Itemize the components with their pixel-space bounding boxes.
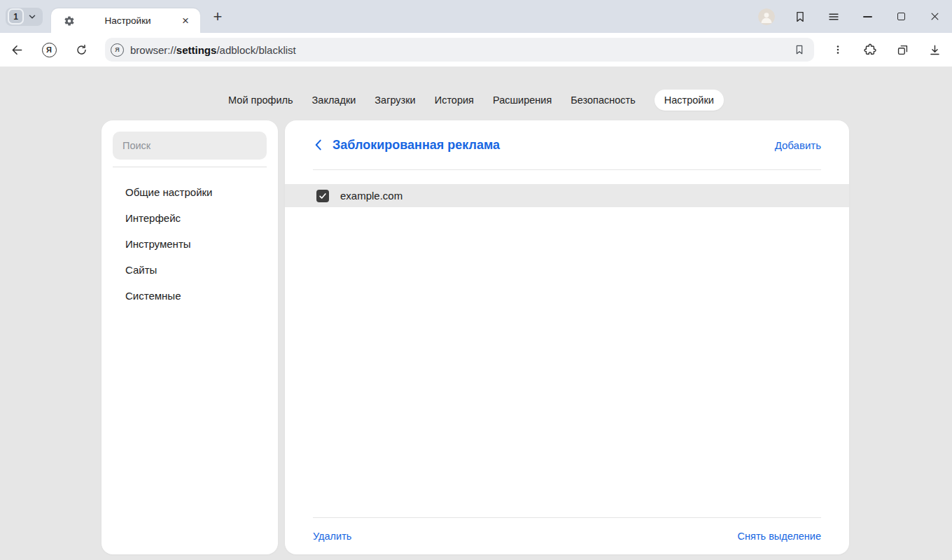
- back-chevron-icon[interactable]: [313, 139, 323, 151]
- collections-icon[interactable]: [894, 41, 911, 58]
- sidebar-item-general[interactable]: Общие настройки: [102, 179, 278, 205]
- nav-downloads[interactable]: Загрузки: [374, 90, 415, 111]
- window-close-button[interactable]: [926, 8, 943, 25]
- download-icon[interactable]: [926, 41, 943, 58]
- add-button[interactable]: Добавить: [775, 139, 821, 151]
- close-tab-icon[interactable]: ×: [178, 13, 193, 29]
- tab-group-control[interactable]: 1: [6, 8, 43, 26]
- sidebar-item-tools[interactable]: Инструменты: [102, 231, 278, 257]
- row-checkbox-checked[interactable]: [316, 190, 329, 202]
- panel-footer: Удалить Снять выделение: [285, 518, 849, 554]
- more-menu-icon[interactable]: [830, 41, 846, 58]
- delete-button[interactable]: Удалить: [313, 531, 351, 542]
- settings-top-nav: Мой профиль Закладки Загрузки История Ра…: [0, 90, 952, 111]
- refresh-button[interactable]: [73, 41, 90, 58]
- extensions-puzzle-icon[interactable]: [862, 41, 878, 58]
- nav-settings-active[interactable]: Настройки: [654, 90, 724, 111]
- bookmark-icon[interactable]: [790, 41, 808, 59]
- deselect-button[interactable]: Снять выделение: [738, 531, 821, 542]
- window-maximize-button[interactable]: [892, 8, 909, 25]
- side-panel-bookmark-icon[interactable]: [792, 8, 808, 25]
- new-tab-button[interactable]: +: [207, 6, 228, 27]
- settings-sidebar: Общие настройки Интерфейс Инструменты Са…: [102, 120, 278, 554]
- site-badge-icon[interactable]: Я: [111, 43, 124, 57]
- nav-my-profile[interactable]: Мой профиль: [228, 90, 293, 111]
- browser-toolbar: Я Я browser://settings/adblock/blacklist: [0, 33, 952, 66]
- tab-title: Настройки: [78, 15, 178, 26]
- yandex-logo-icon[interactable]: Я: [41, 41, 57, 58]
- sidebar-item-system[interactable]: Системные: [102, 283, 278, 309]
- address-bar[interactable]: Я browser://settings/adblock/blacklist: [105, 38, 814, 62]
- tab-bar: 1 Настройки × +: [0, 0, 952, 33]
- nav-extensions[interactable]: Расширения: [493, 90, 552, 111]
- tab-bar-right-cluster: [758, 8, 952, 25]
- blacklist-rows: example.com: [285, 170, 849, 517]
- sidebar-item-interface[interactable]: Интерфейс: [102, 205, 278, 231]
- chevron-down-icon[interactable]: [24, 12, 41, 22]
- nav-security[interactable]: Безопасность: [570, 90, 636, 111]
- window-minimize-button[interactable]: [859, 8, 876, 25]
- blocked-ads-panel: Заблокированная реклама Добавить example…: [285, 120, 849, 554]
- profile-avatar[interactable]: [758, 8, 775, 25]
- nav-history[interactable]: История: [435, 90, 474, 111]
- hamburger-menu-icon[interactable]: [825, 8, 842, 25]
- browser-window: 1 Настройки × +: [0, 0, 952, 560]
- sidebar-item-sites[interactable]: Сайты: [102, 257, 278, 283]
- gear-icon: [61, 13, 78, 29]
- row-domain: example.com: [340, 190, 402, 202]
- settings-page: Мой профиль Закладки Загрузки История Ра…: [0, 66, 952, 560]
- list-item[interactable]: example.com: [285, 184, 849, 207]
- tab-settings[interactable]: Настройки ×: [51, 8, 200, 33]
- page-title: Заблокированная реклама: [332, 138, 500, 153]
- url-text: browser://settings/adblock/blacklist: [130, 44, 296, 56]
- back-button[interactable]: [8, 41, 25, 58]
- tab-group-count-badge[interactable]: 1: [8, 8, 24, 24]
- nav-bookmarks[interactable]: Закладки: [312, 90, 356, 111]
- sidebar-menu: Общие настройки Интерфейс Инструменты Са…: [102, 179, 278, 309]
- panel-header: Заблокированная реклама Добавить: [285, 120, 849, 169]
- sidebar-divider: [113, 167, 267, 167]
- search-input[interactable]: [113, 132, 267, 160]
